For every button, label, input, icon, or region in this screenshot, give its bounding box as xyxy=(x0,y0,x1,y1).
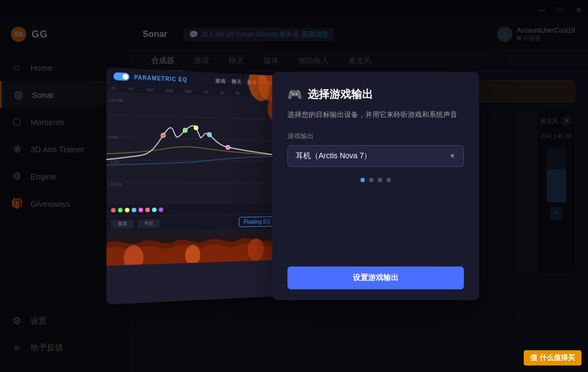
eq-node-2[interactable] xyxy=(118,208,122,212)
orange-blob-bottom-1 xyxy=(124,245,144,265)
eq-reset-btn[interactable]: 重置 xyxy=(111,219,134,228)
eq-curve-svg xyxy=(106,92,279,205)
dropdown-arrow-icon: ▼ xyxy=(449,152,456,160)
eq-header-title: PARAMETRIC EQ xyxy=(134,74,187,83)
modal-description: 选择您的目标输出设备，并用它来聆听游戏和系统声音 xyxy=(287,109,464,121)
svg-point-0 xyxy=(161,133,166,138)
dot-3[interactable] xyxy=(378,178,382,182)
modal-game-icon: 🎮 xyxy=(287,88,302,102)
dot-2[interactable] xyxy=(369,178,373,182)
modal-dropdown-label: 游戏输出 xyxy=(287,132,464,141)
watermark: 值 什么值得买 xyxy=(524,350,581,365)
modal-cta-button[interactable]: 设置游戏输出 xyxy=(287,266,464,289)
modal-right-panel: 🎮 选择游戏输出 选择您的目标输出设备，并用它来聆听游戏和系统声音 游戏输出 耳… xyxy=(272,72,479,300)
modal-title: 选择游戏输出 xyxy=(308,87,373,102)
modal-container: PARAMETRIC EQ 游戏 · 聊天 · 媒体 · 辅助 20 50 10… xyxy=(109,72,479,300)
svg-point-1 xyxy=(183,128,187,132)
dot-1[interactable] xyxy=(360,178,365,182)
eq-nodes-row xyxy=(111,207,275,213)
eq-node-8[interactable] xyxy=(159,208,163,212)
dot-4[interactable] xyxy=(387,178,391,182)
modal-dropdown-value: 耳机（Arctis Nova 7） xyxy=(296,151,371,161)
eq-controls-row: 重置 平坦 xyxy=(111,219,160,228)
eq-node-6[interactable] xyxy=(145,208,150,212)
eq-card: PARAMETRIC EQ 游戏 · 聊天 · 媒体 · 辅助 20 50 10… xyxy=(106,67,279,305)
eq-toggle[interactable] xyxy=(113,72,130,81)
svg-point-4 xyxy=(226,145,230,150)
eq-toggle-dot xyxy=(122,74,128,80)
eq-node-1[interactable] xyxy=(111,208,115,212)
modal-title-row: 🎮 选择游戏输出 xyxy=(287,87,464,102)
eq-node-5[interactable] xyxy=(138,208,143,212)
svg-point-3 xyxy=(207,132,212,137)
modal-dropdown[interactable]: 耳机（Arctis Nova 7） ▼ xyxy=(287,145,464,167)
eq-node-7[interactable] xyxy=(152,208,156,212)
modal-overlay: PARAMETRIC EQ 游戏 · 聊天 · 媒体 · 辅助 20 50 10… xyxy=(0,0,588,372)
dots-row xyxy=(287,178,464,182)
svg-point-2 xyxy=(194,126,198,130)
eq-chart: 12.0dB 0.00 -5.00 -15.00 xyxy=(106,92,279,205)
eq-node-4[interactable] xyxy=(132,208,136,212)
eq-wave-section xyxy=(106,228,279,265)
eq-flat-btn[interactable]: 平坦 xyxy=(137,219,160,228)
eq-node-3[interactable] xyxy=(125,208,129,212)
eq-preset-button[interactable]: Floating EQ xyxy=(239,216,275,227)
